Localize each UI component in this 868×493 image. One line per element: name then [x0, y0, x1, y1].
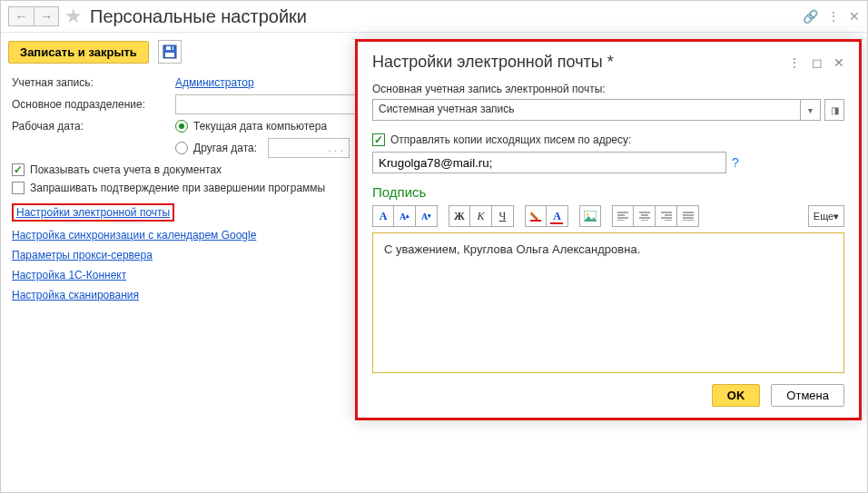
- rte-align-left-button[interactable]: [612, 205, 634, 227]
- select-dropdown-button[interactable]: ▾: [801, 99, 821, 121]
- align-right-icon: [661, 212, 672, 221]
- account-link[interactable]: Администратор: [175, 76, 254, 89]
- link-icon[interactable]: 🔗: [803, 9, 818, 24]
- rte-font-smaller-button[interactable]: A▾: [416, 205, 438, 227]
- checkbox-show-accounts[interactable]: [12, 163, 25, 176]
- floppy-icon: [163, 44, 177, 59]
- rte-bold-button[interactable]: Ж: [449, 205, 470, 227]
- radio-current-date-label: Текущая дата компьютера: [193, 120, 327, 133]
- image-icon: [584, 211, 597, 222]
- rte-font-color-button[interactable]: A: [547, 205, 568, 227]
- svg-point-6: [587, 213, 589, 216]
- checkbox-show-accounts-label: Показывать счета учета в документах: [30, 163, 222, 176]
- svg-rect-3: [171, 46, 173, 50]
- link-email-settings[interactable]: Настройки электронной почты: [16, 206, 170, 219]
- link-proxy[interactable]: Параметры прокси-сервера: [12, 249, 153, 261]
- signature-textarea[interactable]: С уважением, Круглова Ольга Александровн…: [372, 232, 844, 373]
- other-date-input[interactable]: . . .: [268, 138, 350, 158]
- favorite-icon[interactable]: ★: [64, 5, 83, 28]
- nav-forward-button[interactable]: →: [34, 6, 59, 26]
- dialog-kebab-icon[interactable]: ⋮: [788, 55, 801, 70]
- align-left-icon: [617, 212, 628, 221]
- nav-back-button[interactable]: ←: [8, 6, 34, 26]
- cancel-button[interactable]: Отмена: [771, 384, 844, 407]
- rte-more-button[interactable]: Еще ▾: [808, 205, 844, 227]
- dialog-close-icon[interactable]: ✕: [833, 55, 844, 70]
- rte-align-right-button[interactable]: [656, 205, 677, 227]
- align-justify-icon: [683, 212, 694, 221]
- link-scanning[interactable]: Настройка сканирования: [12, 289, 139, 301]
- rte-font-larger-button[interactable]: A▴: [394, 205, 416, 227]
- kebab-menu-icon[interactable]: ⋮: [827, 9, 840, 24]
- close-icon[interactable]: ✕: [849, 9, 860, 24]
- save-and-close-button[interactable]: Записать и закрыть: [8, 41, 149, 64]
- link-google-sync[interactable]: Настройка синхронизации с календарем Goo…: [12, 229, 256, 242]
- dialog-maximize-icon[interactable]: ◻: [812, 55, 823, 70]
- main-account-select[interactable]: Системная учетная запись: [372, 99, 801, 121]
- rte-font-normal-button[interactable]: A: [372, 205, 394, 227]
- radio-other-date-label: Другая дата:: [193, 142, 257, 154]
- rte-insert-image-button[interactable]: [579, 205, 601, 227]
- account-label: Учетная запись:: [12, 76, 175, 89]
- checkbox-confirm-exit[interactable]: [12, 182, 25, 194]
- align-center-icon: [639, 212, 650, 221]
- ok-button[interactable]: OK: [712, 384, 761, 407]
- radio-other-date[interactable]: [175, 142, 188, 154]
- main-account-label: Основная учетная запись электронной почт…: [372, 83, 844, 95]
- page-title: Персональные настройки: [90, 6, 803, 27]
- radio-current-date[interactable]: [175, 120, 188, 133]
- dialog-title: Настройки электронной почты *: [372, 53, 788, 72]
- copies-email-input[interactable]: [372, 152, 726, 173]
- signature-section-title: Подпись: [372, 184, 844, 200]
- checkbox-confirm-exit-label: Запрашивать подтверждение при завершении…: [30, 182, 325, 194]
- save-button[interactable]: [158, 40, 182, 64]
- svg-rect-4: [530, 220, 541, 222]
- rte-underline-button[interactable]: Ч: [492, 205, 514, 227]
- rte-italic-button[interactable]: К: [470, 205, 492, 227]
- dept-label: Основное подразделение:: [12, 98, 175, 111]
- email-settings-dialog: Настройки электронной почты * ⋮ ◻ ✕ Осно…: [355, 39, 862, 420]
- rte-align-justify-button[interactable]: [677, 205, 699, 227]
- select-open-button[interactable]: ◨: [824, 99, 844, 121]
- dialog-footer: OK Отмена: [372, 384, 844, 407]
- help-icon[interactable]: ?: [732, 155, 739, 170]
- checkbox-send-copies-label: Отправлять копии исходящих писем по адре…: [390, 133, 631, 146]
- rte-toolbar: A A▴ A▾ Ж К Ч A: [372, 205, 844, 227]
- checkbox-send-copies[interactable]: [372, 133, 385, 146]
- svg-rect-1: [165, 53, 174, 57]
- header-actions: 🔗 ⋮ ✕: [803, 9, 860, 24]
- rte-highlight-color-button[interactable]: [525, 205, 547, 227]
- window-header: ← → ★ Персональные настройки 🔗 ⋮ ✕: [1, 1, 867, 33]
- workdate-label: Рабочая дата:: [12, 120, 175, 133]
- rte-align-center-button[interactable]: [634, 205, 656, 227]
- dialog-header: Настройки электронной почты * ⋮ ◻ ✕: [372, 53, 844, 72]
- highlight-icon: [529, 210, 542, 222]
- link-1c-connect[interactable]: Настройка 1С-Коннект: [12, 269, 126, 281]
